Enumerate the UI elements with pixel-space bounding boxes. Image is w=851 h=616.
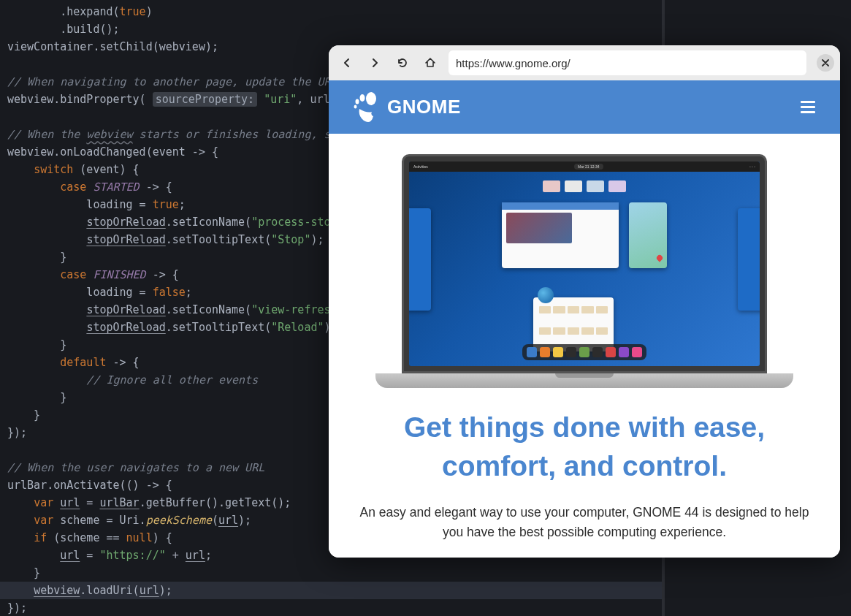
overview-status: ◦ ◦ ◦ [749,164,755,169]
webpage-viewport[interactable]: GNOME Activities Mar 21 12:34 ◦ ◦ ◦ [329,80,840,558]
svg-point-1 [360,94,365,102]
dock-app-icon [632,347,642,357]
dock-app-icon [540,347,550,357]
brand-text: GNOME [387,96,461,118]
dock-app-icon [592,347,603,357]
hero-section: Activities Mar 21 12:34 ◦ ◦ ◦ [329,134,840,543]
overview-window [409,208,431,311]
laptop-graphic: Activities Mar 21 12:34 ◦ ◦ ◦ [375,154,793,388]
svg-point-0 [366,92,376,105]
burger-line-icon [801,101,815,103]
dock-app-icon [606,347,616,357]
forward-button[interactable] [362,50,387,75]
overview-window [738,208,760,311]
dock-app-icon [553,347,563,357]
overview-activities: Activities [413,164,428,169]
dock-app-icon [579,347,589,357]
browser-toolbar: https://www.gnome.org/ [329,45,840,80]
overview-clock: Mar 21 12:34 [574,164,603,170]
menu-button[interactable] [801,101,815,113]
burger-line-icon [801,111,815,113]
workspace-thumb [587,180,604,192]
chevron-right-icon [369,57,381,69]
workspace-thumb [543,180,560,192]
browser-window: https://www.gnome.org/ GNOME [329,45,840,558]
svg-point-3 [354,104,357,108]
gnome-foot-icon [354,91,380,123]
dock-app-icon [527,347,537,357]
globe-icon [538,287,554,303]
back-button[interactable] [335,50,359,75]
workspace-thumb [608,180,626,192]
overview-window [533,297,614,351]
overview-dock [522,344,646,360]
url-text: https://www.gnome.org/ [456,57,570,69]
home-button[interactable] [418,50,443,75]
svg-point-2 [356,99,359,104]
hero-subhead: An easy and elegant way to use your comp… [358,503,811,542]
overview-window [502,202,619,268]
chevron-left-icon [341,57,353,69]
workspace-thumbnails [409,180,760,192]
close-icon [822,59,829,66]
site-header: GNOME [329,80,840,134]
overview-window [629,202,667,268]
close-button[interactable] [817,54,834,72]
reload-icon [397,57,408,69]
url-bar[interactable]: https://www.gnome.org/ [449,50,806,75]
gnome-logo[interactable]: GNOME [354,91,461,123]
dock-app-icon [566,347,576,357]
burger-line-icon [801,106,815,108]
home-icon [424,57,436,69]
hero-headline: Get things done with ease, comfort, and … [352,408,817,485]
reload-button[interactable] [390,50,415,75]
dock-app-icon [619,347,629,357]
workspace-thumb [565,180,582,192]
